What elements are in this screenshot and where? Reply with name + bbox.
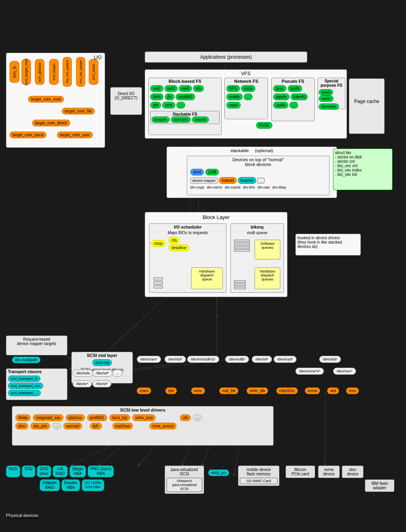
- virtio-blk-driver: virtio_blk: [247, 387, 268, 394]
- lio-section: LIO tcm_fc iscsi_target_mod tcm_qla2xxx …: [6, 53, 105, 148]
- ssd: SSD: [22, 465, 36, 477]
- target-core-iblock: target_core_iblock: [32, 120, 70, 126]
- micron-pcie: MicronPCIe card: [287, 467, 313, 476]
- scsi-low-title: SCSI low level drivers: [12, 406, 273, 414]
- block-layer-title: Block Layer: [203, 214, 230, 220]
- io-scheduler-title: I/O scheduler: [149, 224, 226, 230]
- jfs: jfs: [165, 93, 174, 100]
- transport-classes-section: Transport classes scsi_transport_fc scsi…: [6, 368, 67, 400]
- ceph: ceph: [226, 102, 241, 109]
- scsi-transport-fc: scsi_transport_fc: [8, 376, 40, 382]
- dev-sda: /dev/sda: [73, 370, 93, 377]
- nfs: NFS: [226, 85, 240, 92]
- devtmpfs: devtmpfs: [319, 103, 339, 110]
- pseudo-etc: ...: [289, 102, 298, 109]
- stec-device: stecdevice: [344, 467, 362, 476]
- iscsi-tcp: iscsi_tcp: [109, 414, 130, 421]
- hooked-in-text: hooked in device drivers(they hook in li…: [295, 234, 361, 256]
- futexfs: futexfs: [291, 93, 308, 100]
- mpt3sas: mpt3sas: [113, 423, 133, 429]
- target-core-file: target_core_file: [62, 108, 95, 114]
- page-cache-section: Page cache: [349, 78, 385, 134]
- scsi-transport-sas: scsi_transport_sas: [8, 383, 43, 389]
- dev-skd: /dev/skd*: [319, 356, 341, 363]
- dev-st: /dev/st*: [92, 380, 111, 387]
- blkmq-title: blkmq: [231, 224, 283, 230]
- etc-low: ...: [193, 414, 202, 421]
- applications-title: Applications (processes): [145, 52, 307, 62]
- skd-driver: skd: [327, 387, 339, 394]
- dev-rssd: /dev/rssd*: [274, 356, 297, 363]
- unionfs: unionfs: [192, 116, 209, 123]
- request-based-section: Request-baseddevice mapper targets: [6, 336, 67, 355]
- tmpfs: tmpfs: [319, 89, 333, 95]
- scsi-mid-title: SCSI mid layer: [72, 352, 132, 358]
- null-blk-driver: null_blk: [219, 387, 238, 394]
- scsi-mid-layer-section: SCSI mid layer scsi-mq SCSI upper level …: [71, 352, 133, 383]
- qla2xxx: qla2xxx: [66, 414, 85, 421]
- block-layer-section: Block Layer I/O scheduler Maps BIOs to r…: [145, 212, 287, 297]
- mmc-driver: mmc: [191, 387, 205, 394]
- overlayfs: overlayfs: [171, 116, 191, 123]
- tcm-vhost: tcm_vhost: [89, 59, 98, 85]
- hdd: HDD: [6, 465, 20, 477]
- gfs: gfs: [150, 102, 161, 109]
- smbfs: smbfs: [226, 93, 243, 100]
- tcm-qla2xxx: tcm_qla2xxx: [35, 59, 44, 85]
- lvm: LVM: [205, 169, 219, 175]
- special-fs-title: Specialpurpose FS: [318, 78, 345, 88]
- cfq: cfq: [169, 237, 179, 244]
- struct-bio-note: struct bio - sector on disk - sector cnt…: [333, 149, 393, 190]
- scsi-transport-etc: scsi_transport_...: [8, 390, 41, 396]
- dev-vd: /dev/vd*: [252, 356, 272, 363]
- network-fs-title: Network FS: [225, 78, 268, 84]
- dev-nvme: /dev/nvme*n*: [295, 368, 324, 375]
- dvd-drive: DVDdrive: [37, 465, 51, 477]
- stackable-section: stackable (optional) Devices on top of "…: [167, 147, 337, 198]
- coda: coda: [241, 85, 255, 92]
- request-based-text: Request-baseddevice mapper targets: [6, 336, 67, 347]
- stackable-fs-title: Stackable FS: [151, 112, 218, 116]
- dev-sd-etc: ...: [112, 370, 123, 377]
- pm8001: pm8001: [87, 414, 107, 421]
- block-etc: ...: [176, 102, 185, 109]
- pipefs: pipefs: [273, 93, 289, 100]
- applications-section: Applications (processes): [145, 51, 307, 63]
- ocfs: ocfs: [162, 102, 175, 109]
- lsi-raid: LSIRAID: [53, 465, 68, 477]
- devices-on-top-title: Devices on top of "normal"block devices: [187, 156, 329, 168]
- drbd: drbd: [190, 169, 204, 175]
- aacraid: aacraid: [63, 423, 82, 429]
- ramfs: ramfs: [319, 95, 333, 102]
- vmw-pvscsi: vmw_pvscsi: [149, 423, 176, 429]
- rbd-driver: rbd: [165, 387, 176, 394]
- para-virt-scsi: para-virtualizedSCSI: [167, 467, 202, 476]
- ufs-driver: ufs: [180, 414, 191, 421]
- tcm-target: tcm_target: [49, 59, 59, 85]
- tcm-usb-gadget: tcm_usb_gadget: [76, 57, 85, 87]
- xfs: xfs: [193, 85, 204, 92]
- proc: proc: [273, 85, 286, 92]
- deadline: deadline: [169, 244, 189, 251]
- ata-piix: ata_piix: [31, 423, 50, 429]
- nvme-device: nvmedevice: [320, 467, 338, 476]
- dev-mmcblk: /dev/mmcblk*p*: [187, 356, 219, 363]
- dev-sr: /dev/sr*: [73, 380, 92, 387]
- nvme-driver: nvme: [305, 387, 320, 394]
- ext4: ext4: [179, 85, 192, 92]
- ibm-flash: IBM flashadapter: [367, 481, 393, 490]
- maps-bios-text: Maps BIOs to requests: [149, 230, 226, 235]
- block-based-fs-title: Block-based FS: [149, 78, 221, 84]
- vmwares-para: VMware'spara-virtualizedSCSI: [167, 478, 202, 492]
- dev-zram: /dev/zram*: [137, 356, 161, 363]
- target-core-user: target_core_user: [57, 132, 93, 138]
- qlogic-hba: QlogicHBA: [69, 465, 86, 477]
- net-etc: ...: [244, 93, 253, 100]
- dev-nullb: /dev/nullb*: [225, 356, 249, 363]
- mobile-flash: mobile deviceflash memory: [240, 467, 278, 476]
- svg-line-24: [99, 293, 170, 358]
- virtio-scsi: virtio_scsi: [132, 414, 155, 421]
- bcache: bcache: [238, 177, 256, 184]
- ahci: ahci: [15, 423, 28, 429]
- dm-multipath: dm-multipath: [12, 357, 40, 363]
